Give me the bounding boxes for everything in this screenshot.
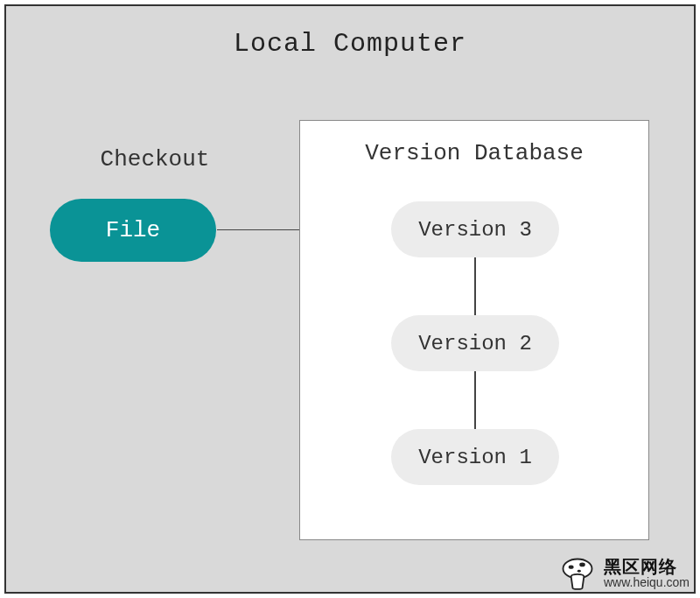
version-3-node: Version 3 (391, 201, 559, 257)
version-2-node: Version 2 (391, 315, 559, 371)
file-node-label: File (106, 217, 160, 243)
v2-to-v1-connector (474, 371, 476, 429)
v3-to-v2-connector (474, 257, 476, 315)
checkout-label: Checkout (59, 146, 251, 172)
version-3-label: Version 3 (418, 218, 532, 242)
version-database-box: Version Database Version 3 Version 2 Ver… (299, 120, 649, 540)
file-node: File (50, 199, 216, 262)
diagram-title: Local Computer (6, 29, 694, 59)
version-1-label: Version 1 (418, 446, 532, 469)
version-database-label: Version Database (300, 140, 648, 166)
version-2-label: Version 2 (418, 332, 532, 355)
version-1-node: Version 1 (391, 429, 559, 485)
local-computer-frame: Local Computer Checkout File Version Dat… (4, 4, 696, 594)
